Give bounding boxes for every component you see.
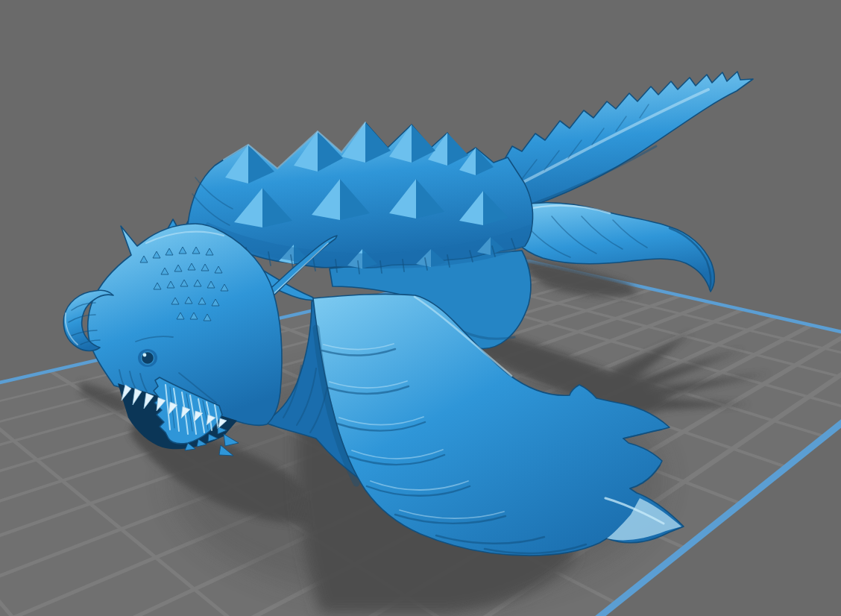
viewer-stage [0,0,841,616]
head-eye [138,349,157,367]
model-tail [497,72,753,218]
eye-highlight [143,353,147,357]
model-viewport[interactable] [0,0,841,616]
